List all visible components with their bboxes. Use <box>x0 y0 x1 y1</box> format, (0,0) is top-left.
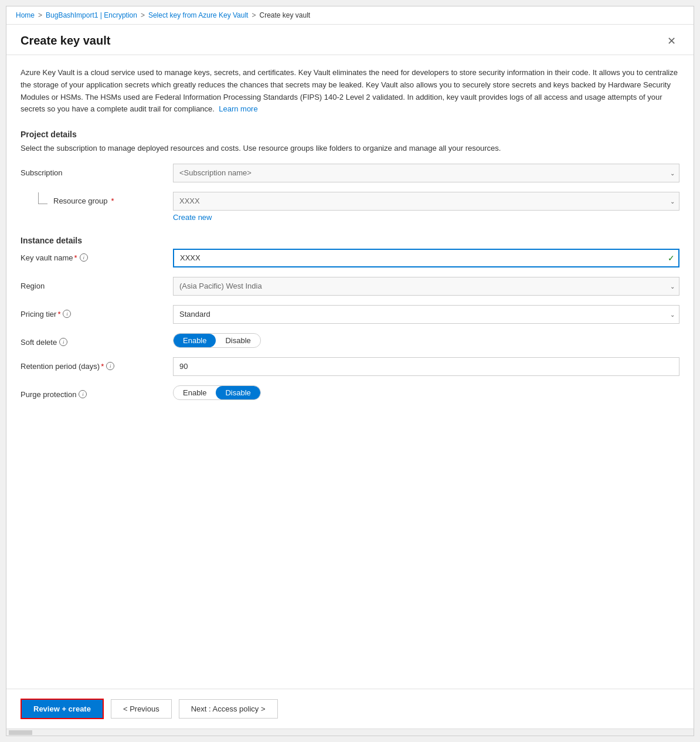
soft-delete-control: Enable Disable <box>173 333 679 348</box>
previous-button[interactable]: < Previous <box>111 699 172 719</box>
close-button[interactable]: ✕ <box>664 35 679 48</box>
region-dropdown[interactable]: (Asia Pacific) West India <box>173 277 679 296</box>
soft-delete-row: Soft delete i Enable Disable <box>21 333 679 348</box>
description-text: Azure Key Vault is a cloud service used … <box>21 67 679 116</box>
breadcrumb: Home > BugBashImport1 | Encryption > Sel… <box>6 6 694 25</box>
soft-delete-enable-btn[interactable]: Enable <box>174 334 216 347</box>
purge-protection-info-icon[interactable]: i <box>79 390 87 398</box>
resource-group-required-star: * <box>111 196 114 205</box>
region-label-col: Region <box>21 277 173 290</box>
region-row: Region (Asia Pacific) West India ⌄ <box>21 277 679 296</box>
resource-group-control: XXXX ⌄ Create new <box>173 192 679 222</box>
soft-delete-disable-btn[interactable]: Disable <box>216 334 260 347</box>
panel-content: Azure Key Vault is a cloud service used … <box>6 55 694 689</box>
retention-period-label-col: Retention period (days) * i <box>21 357 173 371</box>
pricing-tier-label: Pricing tier <box>21 310 56 319</box>
resource-group-label-col: Resource group * <box>21 192 173 205</box>
purge-protection-label: Purge protection <box>21 390 76 399</box>
resource-group-dropdown[interactable]: XXXX <box>173 192 679 211</box>
purge-protection-control: Enable Disable <box>173 385 679 400</box>
instance-details-heading: Instance details <box>21 236 679 245</box>
pricing-tier-dropdown[interactable]: Standard Premium <box>173 305 679 324</box>
purge-protection-label-col: Purge protection i <box>21 385 173 399</box>
panel-title: Create key vault <box>21 34 110 48</box>
learn-more-link[interactable]: Learn more <box>219 104 257 113</box>
purge-protection-disable-btn[interactable]: Disable <box>216 386 260 399</box>
key-vault-name-info-icon[interactable]: i <box>80 253 88 262</box>
purge-protection-enable-btn[interactable]: Enable <box>174 386 216 399</box>
retention-period-info-icon[interactable]: i <box>106 362 114 370</box>
soft-delete-toggle-group: Enable Disable <box>173 333 261 348</box>
subscription-control: <Subscription name> ⌄ <box>173 164 679 182</box>
breadcrumb-sep-1: > <box>38 11 42 19</box>
review-create-button[interactable]: Review + create <box>21 699 104 719</box>
key-vault-name-input-wrapper: XXXX ✓ <box>173 249 679 267</box>
create-new-link[interactable]: Create new <box>173 213 212 222</box>
breadcrumb-sep-3: > <box>252 11 256 19</box>
subscription-dropdown-wrapper: <Subscription name> ⌄ <box>173 164 679 182</box>
project-details-heading: Project details <box>21 130 679 139</box>
breadcrumb-home[interactable]: Home <box>16 11 35 19</box>
key-vault-name-label: Key vault name <box>21 253 73 262</box>
key-vault-name-input[interactable]: XXXX <box>173 249 679 267</box>
indent-line <box>38 192 47 204</box>
region-label: Region <box>21 282 45 290</box>
key-vault-name-label-col: Key vault name * i <box>21 249 173 262</box>
subscription-dropdown[interactable]: <Subscription name> <box>173 164 679 182</box>
key-vault-name-control: XXXX ✓ <box>173 249 679 267</box>
horizontal-scrollbar-thumb <box>9 730 32 735</box>
key-vault-name-required-star: * <box>74 253 77 262</box>
breadcrumb-sep-2: > <box>141 11 145 19</box>
pricing-tier-info-icon[interactable]: i <box>63 310 71 318</box>
soft-delete-label: Soft delete <box>21 338 57 347</box>
purge-protection-toggle-group: Enable Disable <box>173 385 261 400</box>
horizontal-scrollbar[interactable] <box>6 729 694 736</box>
breadcrumb-select-key[interactable]: Select key from Azure Key Vault <box>148 11 249 19</box>
resource-group-dropdown-wrapper: XXXX ⌄ <box>173 192 679 211</box>
panel-footer: Review + create < Previous Next : Access… <box>6 689 694 729</box>
retention-period-required-star: * <box>101 362 104 371</box>
panel-header: Create key vault ✕ <box>6 25 694 55</box>
pricing-tier-row: Pricing tier * i Standard Premium ⌄ <box>21 305 679 324</box>
region-dropdown-wrapper: (Asia Pacific) West India ⌄ <box>173 277 679 296</box>
resource-group-row: Resource group * XXXX ⌄ Create new <box>21 192 679 222</box>
next-button[interactable]: Next : Access policy > <box>179 699 278 719</box>
soft-delete-label-col: Soft delete i <box>21 333 173 347</box>
project-details-subtext: Select the subscription to manage deploy… <box>21 143 679 154</box>
subscription-row: Subscription <Subscription name> ⌄ <box>21 164 679 182</box>
pricing-tier-required-star: * <box>57 310 60 319</box>
subscription-label: Subscription <box>21 164 173 177</box>
key-vault-name-check-icon: ✓ <box>668 253 675 263</box>
retention-period-control: 90 <box>173 357 679 376</box>
breadcrumb-current: Create key vault <box>259 11 310 19</box>
resource-group-label: Resource group <box>53 196 108 205</box>
region-control: (Asia Pacific) West India ⌄ <box>173 277 679 296</box>
soft-delete-info-icon[interactable]: i <box>59 338 67 346</box>
pricing-tier-label-col: Pricing tier * i <box>21 305 173 319</box>
retention-period-label: Retention period (days) <box>21 362 100 371</box>
purge-protection-row: Purge protection i Enable Disable <box>21 385 679 400</box>
key-vault-name-row: Key vault name * i XXXX ✓ <box>21 249 679 267</box>
retention-period-row: Retention period (days) * i 90 <box>21 357 679 376</box>
breadcrumb-encryption[interactable]: BugBashImport1 | Encryption <box>46 11 137 19</box>
pricing-tier-control: Standard Premium ⌄ <box>173 305 679 324</box>
retention-period-input[interactable]: 90 <box>173 357 679 376</box>
pricing-tier-dropdown-wrapper: Standard Premium ⌄ <box>173 305 679 324</box>
